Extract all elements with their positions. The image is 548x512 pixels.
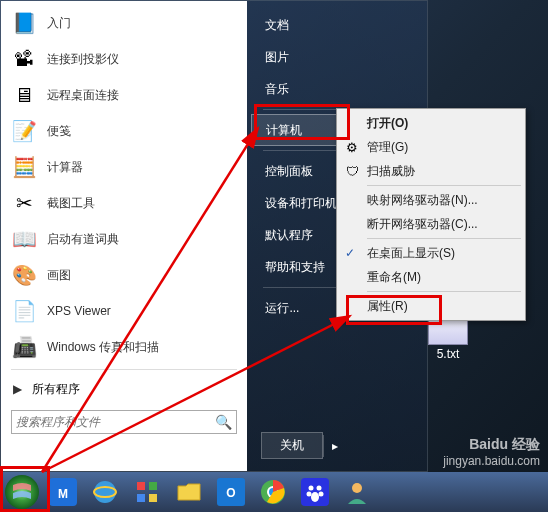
svg-point-20: [352, 483, 362, 493]
start-left-panel: 📘入门 📽连接到投影仪 🖥远程桌面连接 📝便笺 🧮计算器 ✂截图工具 📖启动有道…: [1, 1, 247, 471]
shutdown-button[interactable]: 关机: [261, 432, 323, 459]
taskbar-maxthon[interactable]: M: [43, 474, 83, 510]
svg-point-18: [319, 492, 324, 497]
separator: [367, 291, 521, 292]
ctx-label: 断开网络驱动器(C)...: [367, 216, 478, 233]
svg-text:M: M: [58, 487, 68, 501]
taskbar-ie[interactable]: [85, 474, 125, 510]
svg-point-19: [311, 492, 319, 502]
svg-point-3: [94, 481, 116, 503]
ctx-map-drive[interactable]: 映射网络驱动器(N)...: [339, 188, 523, 212]
all-programs[interactable]: ▶所有程序: [3, 374, 245, 404]
taskbar-user[interactable]: [337, 474, 377, 510]
sticky-notes-icon: 📝: [9, 116, 39, 146]
all-programs-label: 所有程序: [32, 381, 80, 398]
ctx-rename[interactable]: 重命名(M): [339, 265, 523, 289]
ctx-scan[interactable]: 🛡扫描威胁: [339, 159, 523, 183]
prog-label: 远程桌面连接: [47, 87, 119, 104]
ctx-manage[interactable]: ⚙管理(G): [339, 135, 523, 159]
desktop: 5.txt 📘入门 📽连接到投影仪 🖥远程桌面连接 📝便笺 🧮计算器 ✂截图工具…: [0, 0, 548, 512]
r-label: 控制面板: [265, 163, 313, 180]
prog-youdao[interactable]: 📖启动有道词典: [3, 221, 245, 257]
prog-label: 启动有道词典: [47, 231, 119, 248]
prog-xps-viewer[interactable]: 📄XPS Viewer: [3, 293, 245, 329]
taskbar-baidu[interactable]: [295, 474, 335, 510]
scissors-icon: ✂: [9, 188, 39, 218]
right-documents[interactable]: 文档: [251, 9, 423, 41]
prog-projector[interactable]: 📽连接到投影仪: [3, 41, 245, 77]
arrow-right-icon: ▶: [13, 382, 22, 396]
getting-started-icon: 📘: [9, 8, 39, 38]
r-label: 计算机: [266, 122, 302, 139]
gear-icon: ⚙: [343, 140, 361, 155]
start-button[interactable]: [3, 473, 41, 511]
user-icon: [343, 478, 371, 506]
paw-icon: [301, 478, 329, 506]
prog-label: 便笺: [47, 123, 71, 140]
separator: [367, 185, 521, 186]
taskbar-chrome[interactable]: [253, 474, 293, 510]
right-pictures[interactable]: 图片: [251, 41, 423, 73]
ie-icon: [91, 478, 119, 506]
r-label: 文档: [265, 17, 289, 34]
search-input[interactable]: [16, 415, 215, 429]
ctx-label: 在桌面上显示(S): [367, 245, 455, 262]
prog-label: 计算器: [47, 159, 83, 176]
r-label: 帮助和支持: [265, 259, 325, 276]
r-label: 图片: [265, 49, 289, 66]
prog-fax-scan[interactable]: 📠Windows 传真和扫描: [3, 329, 245, 365]
xps-icon: 📄: [9, 296, 39, 326]
prog-getting-started[interactable]: 📘入门: [3, 5, 245, 41]
taskbar-explorer[interactable]: [169, 474, 209, 510]
ctx-open[interactable]: 打开(O): [339, 111, 523, 135]
chrome-icon: [259, 478, 287, 506]
ctx-label: 属性(R): [367, 298, 408, 315]
shutdown-options-button[interactable]: ▸: [323, 435, 346, 457]
shutdown-label: 关机: [280, 437, 304, 454]
fax-icon: 📠: [9, 332, 39, 362]
prog-label: 入门: [47, 15, 71, 32]
shutdown-row: 关机 ▸: [251, 428, 423, 463]
prog-label: 画图: [47, 267, 71, 284]
ctx-show-on-desktop[interactable]: ✓在桌面上显示(S): [339, 241, 523, 265]
taskbar: M O: [0, 472, 548, 512]
svg-point-15: [309, 486, 314, 491]
grid-icon: [133, 478, 161, 506]
svg-rect-5: [137, 482, 145, 490]
taskbar-outlook[interactable]: O: [211, 474, 251, 510]
r-label: 设备和打印机: [265, 195, 337, 212]
prog-snipping-tool[interactable]: ✂截图工具: [3, 185, 245, 221]
prog-label: XPS Viewer: [47, 304, 111, 318]
ctx-disconnect-drive[interactable]: 断开网络驱动器(C)...: [339, 212, 523, 236]
context-menu: 打开(O) ⚙管理(G) 🛡扫描威胁 映射网络驱动器(N)... 断开网络驱动器…: [336, 108, 526, 321]
svg-text:O: O: [226, 486, 235, 500]
prog-paint[interactable]: 🎨画图: [3, 257, 245, 293]
r-label: 运行...: [265, 300, 299, 317]
r-label: 音乐: [265, 81, 289, 98]
check-icon: ✓: [345, 246, 355, 260]
ctx-properties[interactable]: 属性(R): [339, 294, 523, 318]
search-box[interactable]: 🔍: [11, 410, 237, 434]
prog-label: 截图工具: [47, 195, 95, 212]
ctx-label: 管理(G): [367, 139, 408, 156]
search-icon: 🔍: [215, 414, 232, 430]
prog-sticky-notes[interactable]: 📝便笺: [3, 113, 245, 149]
ctx-label: 扫描威胁: [367, 163, 415, 180]
taskbar-mse[interactable]: [127, 474, 167, 510]
outlook-icon: O: [217, 478, 245, 506]
windows-orb-icon: [3, 473, 41, 511]
watermark-url: jingyan.baidu.com: [443, 454, 540, 468]
folder-icon: [175, 478, 203, 506]
r-label: 默认程序: [265, 227, 313, 244]
prog-label: Windows 传真和扫描: [47, 339, 159, 356]
prog-remote-desktop[interactable]: 🖥远程桌面连接: [3, 77, 245, 113]
shield-icon: 🛡: [343, 164, 361, 179]
separator: [367, 238, 521, 239]
maxthon-icon: M: [49, 478, 77, 506]
right-music[interactable]: 音乐: [251, 73, 423, 105]
svg-point-16: [317, 486, 322, 491]
prog-calculator[interactable]: 🧮计算器: [3, 149, 245, 185]
svg-point-17: [307, 492, 312, 497]
ctx-label: 映射网络驱动器(N)...: [367, 192, 478, 209]
svg-rect-7: [137, 494, 145, 502]
